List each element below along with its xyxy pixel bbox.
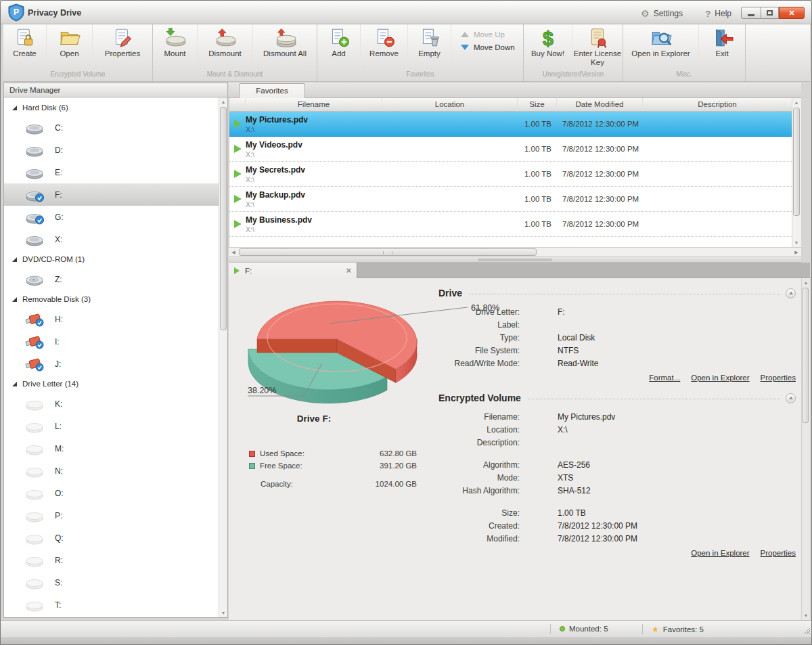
scroll-right-arrow[interactable]: ▶	[792, 248, 801, 257]
dismount-all-button[interactable]: Dismount All	[253, 24, 317, 70]
table-row[interactable]: My Videos.pdvX:\ 1.00 TB 7/8/2012 12:30:…	[229, 137, 792, 162]
tree-item-drive[interactable]: E:	[4, 161, 227, 183]
table-horizontal-scrollbar[interactable]: ◀ ▶	[229, 247, 801, 257]
scroll-up-arrow[interactable]: ▲	[802, 278, 810, 287]
format-link[interactable]: Format...	[649, 374, 680, 382]
close-tab-icon[interactable]: ×	[346, 265, 351, 275]
tree-group-dvd[interactable]: DVD/CD-ROM (1)	[4, 250, 227, 268]
section-title: Encrypted Volume	[438, 393, 521, 403]
legend-used: Used Space: 632.80 GB	[249, 447, 417, 460]
properties-link[interactable]: Properties	[761, 374, 796, 382]
mount-icon	[164, 28, 187, 48]
tree-item-drive[interactable]: M:	[4, 437, 227, 460]
column-filename[interactable]: Filename	[246, 98, 382, 111]
scroll-down-arrow[interactable]: ▼	[802, 611, 810, 620]
exit-button[interactable]: Exit	[699, 24, 745, 70]
column-size[interactable]: Size	[518, 98, 557, 111]
open-in-explorer-link[interactable]: Open in Explorer	[691, 374, 749, 382]
add-favorite-button[interactable]: Add	[317, 24, 361, 70]
tree-item-drive[interactable]: D:	[4, 139, 227, 161]
tree-item-drive[interactable]: C:	[4, 116, 227, 139]
open-button[interactable]: Open	[47, 24, 93, 70]
field-label: Description:	[438, 438, 520, 447]
tree-item-drive[interactable]: Z:	[4, 268, 227, 290]
tree-item-drive[interactable]: Q:	[4, 527, 227, 549]
move-down-button[interactable]: Move Down	[461, 43, 523, 51]
scroll-down-arrow[interactable]: ▼	[219, 608, 227, 617]
gear-icon: ⚙	[641, 8, 650, 19]
legend-free: Free Space: 391.20 GB	[249, 460, 417, 472]
collapse-button[interactable]	[786, 393, 796, 403]
table-row[interactable]: My Backup.pdvX:\ 1.00 TB 7/8/2012 12:30:…	[229, 187, 792, 212]
minimize-button[interactable]	[741, 7, 761, 19]
column-icon[interactable]	[229, 98, 246, 111]
scrollbar-thumb[interactable]	[220, 107, 227, 330]
move-buttons: Move Up Move Down	[451, 24, 523, 70]
details-scrollbar[interactable]: ▲ ▼	[801, 278, 810, 620]
tree-group-removable[interactable]: Removable Disk (3)	[4, 290, 227, 308]
table-row[interactable]: My Business.pdvX:\ 1.00 TB 7/8/2012 12:3…	[229, 212, 792, 237]
table-row[interactable]: My Pictures.pdvX:\ 1.00 TB 7/8/2012 12:3…	[229, 112, 792, 137]
scrollbar-thumb[interactable]	[793, 108, 800, 216]
tree-group-drive-letter[interactable]: Drive Letter (14)	[4, 375, 227, 393]
move-up-button[interactable]: Move Up	[461, 30, 523, 39]
buy-now-button[interactable]: $ Buy Now!	[524, 24, 572, 70]
tree-item-drive[interactable]: P:	[4, 504, 227, 527]
empty-favorites-button[interactable]: Empty	[408, 24, 451, 70]
scrollbar-thumb[interactable]	[239, 248, 537, 256]
enter-license-key-button[interactable]: Enter License Key	[572, 24, 623, 70]
chevron-up-icon	[789, 397, 793, 399]
dismount-button[interactable]: Dismount	[198, 24, 253, 70]
remove-favorite-button[interactable]: Remove	[361, 24, 408, 70]
tree-item-drive[interactable]: I:	[4, 330, 227, 353]
resize-grip[interactable]	[802, 626, 810, 634]
tree-item-drive[interactable]: S:	[4, 571, 227, 594]
column-date-modified[interactable]: Date Modified	[557, 98, 643, 111]
splitter-handle[interactable]	[229, 257, 801, 263]
tree-item-drive[interactable]: U:	[4, 616, 227, 618]
mounted-play-icon	[234, 120, 242, 128]
open-in-explorer-link[interactable]: Open in Explorer	[691, 549, 749, 557]
column-description[interactable]: Description	[643, 98, 792, 111]
toolbar-group-label: Misc.	[623, 70, 745, 81]
tree-item-drive[interactable]: R:	[4, 549, 227, 571]
tree-item-drive[interactable]: N:	[4, 460, 227, 482]
tree-item-drive[interactable]: J:	[4, 353, 227, 375]
settings-button[interactable]: ⚙ Settings	[641, 7, 683, 20]
tree-item-drive-selected[interactable]: F:	[4, 183, 227, 206]
create-button[interactable]: Create	[3, 24, 47, 70]
tree-item-drive[interactable]: G:	[4, 206, 227, 228]
tree-group-hard-disk[interactable]: Hard Disk (6)	[4, 99, 227, 116]
help-button[interactable]: ? Help	[705, 7, 731, 20]
field-label: Modified:	[438, 534, 520, 543]
maximize-button[interactable]	[761, 7, 779, 19]
tree-item-drive[interactable]: H:	[4, 308, 227, 330]
table-vertical-scrollbar[interactable]: ▲ ▼	[792, 98, 801, 247]
mount-button[interactable]: Mount	[153, 24, 198, 70]
properties-button[interactable]: Properties	[93, 24, 152, 70]
tree-item-drive[interactable]: X:	[4, 228, 227, 250]
tree-item-drive[interactable]: K:	[4, 393, 227, 415]
tree-item-drive[interactable]: L:	[4, 415, 227, 437]
field-value: 7/8/2012 12:30:00 PM	[558, 521, 637, 531]
column-location[interactable]: Location	[382, 98, 518, 111]
open-in-explorer-button[interactable]: Open in Explorer	[623, 24, 699, 70]
table-row[interactable]: My Secrets.pdvX:\ 1.00 TB 7/8/2012 12:30…	[229, 162, 792, 187]
free-value: 391.20 GB	[380, 462, 417, 470]
scroll-up-arrow[interactable]: ▲	[219, 97, 227, 106]
collapse-button[interactable]	[786, 288, 796, 298]
close-button[interactable]: ✕	[779, 7, 805, 19]
tab-favorites[interactable]: Favorites	[239, 83, 305, 98]
field-value: Local Disk	[558, 333, 595, 342]
scroll-left-arrow[interactable]: ◀	[229, 248, 238, 257]
drive-manager-header: Drive Manager	[3, 83, 228, 97]
tree-item-drive[interactable]: T:	[4, 594, 227, 616]
scrollbar-thumb[interactable]	[803, 288, 809, 423]
field-label: Hash Algorithm:	[438, 486, 520, 495]
scroll-down-arrow[interactable]: ▼	[792, 238, 800, 247]
scroll-up-arrow[interactable]: ▲	[792, 98, 800, 107]
sidebar-scrollbar[interactable]: ▲ ▼	[219, 97, 227, 617]
properties-link[interactable]: Properties	[761, 549, 796, 557]
tab-drive-f[interactable]: F: ×	[229, 263, 357, 278]
tree-item-drive[interactable]: O:	[4, 482, 227, 504]
